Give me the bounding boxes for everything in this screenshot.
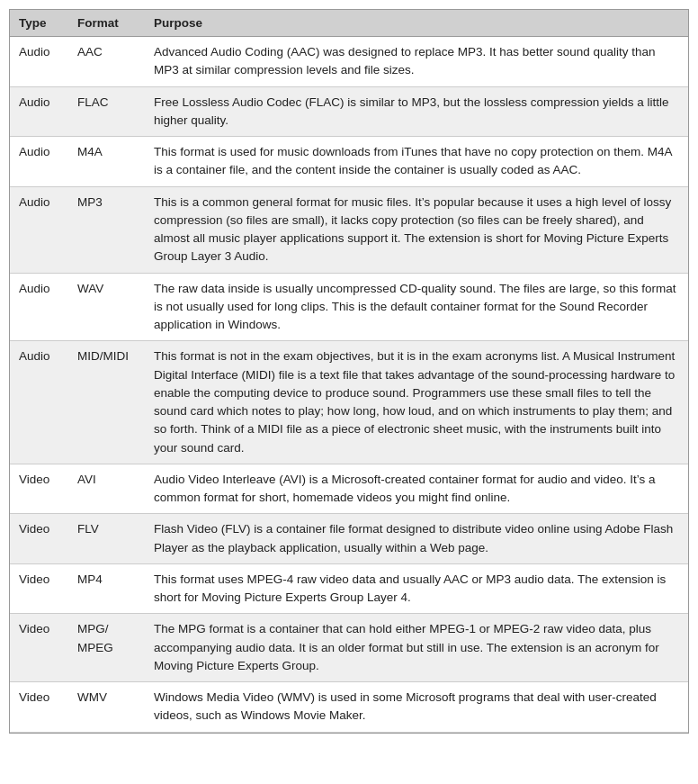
cell-purpose: This format uses MPEG-4 raw video data a… bbox=[145, 563, 688, 614]
cell-type: Video bbox=[10, 614, 68, 682]
table-row: AudioAACAdvanced Audio Coding (AAC) was … bbox=[10, 37, 688, 87]
cell-type: Video bbox=[10, 563, 68, 614]
cell-purpose: Audio Video Interleave (AVI) is a Micros… bbox=[145, 464, 688, 514]
cell-format: AVI bbox=[68, 464, 145, 514]
cell-type: Audio bbox=[10, 137, 68, 187]
table-row: AudioM4AThis format is used for music do… bbox=[10, 137, 688, 187]
cell-purpose: This format is not in the exam objective… bbox=[145, 341, 688, 464]
cell-format: M4A bbox=[68, 137, 145, 187]
cell-purpose: The raw data inside is usually uncompres… bbox=[145, 273, 688, 341]
table-row: AudioWAVThe raw data inside is usually u… bbox=[10, 273, 688, 341]
main-table-container: Type Format Purpose AudioAACAdvanced Aud… bbox=[9, 9, 689, 734]
table-row: VideoAVIAudio Video Interleave (AVI) is … bbox=[10, 464, 688, 514]
cell-format: FLV bbox=[68, 514, 145, 564]
cell-format: WMV bbox=[68, 682, 145, 733]
cell-type: Video bbox=[10, 514, 68, 564]
cell-purpose: The MPG format is a container that can h… bbox=[145, 614, 688, 682]
cell-format: MPG/MPEG bbox=[68, 614, 145, 682]
table-header-row: Type Format Purpose bbox=[10, 10, 688, 37]
cell-format: MP4 bbox=[68, 563, 145, 614]
cell-purpose: Flash Video (FLV) is a container file fo… bbox=[145, 514, 688, 564]
cell-type: Video bbox=[10, 464, 68, 514]
cell-purpose: Windows Media Video (WMV) is used in som… bbox=[145, 682, 688, 733]
cell-type: Audio bbox=[10, 86, 68, 137]
table-row: VideoMP4This format uses MPEG-4 raw vide… bbox=[10, 563, 688, 614]
cell-type: Audio bbox=[10, 273, 68, 341]
cell-type: Audio bbox=[10, 37, 68, 87]
table-row: VideoWMVWindows Media Video (WMV) is use… bbox=[10, 682, 688, 733]
table-row: AudioMID/MIDIThis format is not in the e… bbox=[10, 341, 688, 464]
table-row: AudioFLACFree Lossless Audio Codec (FLAC… bbox=[10, 86, 688, 137]
cell-format: MP3 bbox=[68, 186, 145, 273]
cell-purpose: Advanced Audio Coding (AAC) was designed… bbox=[145, 37, 688, 87]
col-header-type: Type bbox=[10, 10, 68, 37]
cell-purpose: This format is used for music downloads … bbox=[145, 137, 688, 187]
table-row: AudioMP3This is a common general format … bbox=[10, 186, 688, 273]
cell-format: AAC bbox=[68, 37, 145, 87]
cell-type: Video bbox=[10, 682, 68, 733]
cell-format: WAV bbox=[68, 273, 145, 341]
table-row: VideoMPG/MPEGThe MPG format is a contain… bbox=[10, 614, 688, 682]
format-table: Type Format Purpose AudioAACAdvanced Aud… bbox=[10, 10, 688, 733]
cell-format: MID/MIDI bbox=[68, 341, 145, 464]
cell-type: Audio bbox=[10, 186, 68, 273]
col-header-format: Format bbox=[68, 10, 145, 37]
cell-purpose: Free Lossless Audio Codec (FLAC) is simi… bbox=[145, 86, 688, 137]
cell-type: Audio bbox=[10, 341, 68, 464]
cell-purpose: This is a common general format for musi… bbox=[145, 186, 688, 273]
col-header-purpose: Purpose bbox=[145, 10, 688, 37]
cell-format: FLAC bbox=[68, 86, 145, 137]
table-row: VideoFLVFlash Video (FLV) is a container… bbox=[10, 514, 688, 564]
